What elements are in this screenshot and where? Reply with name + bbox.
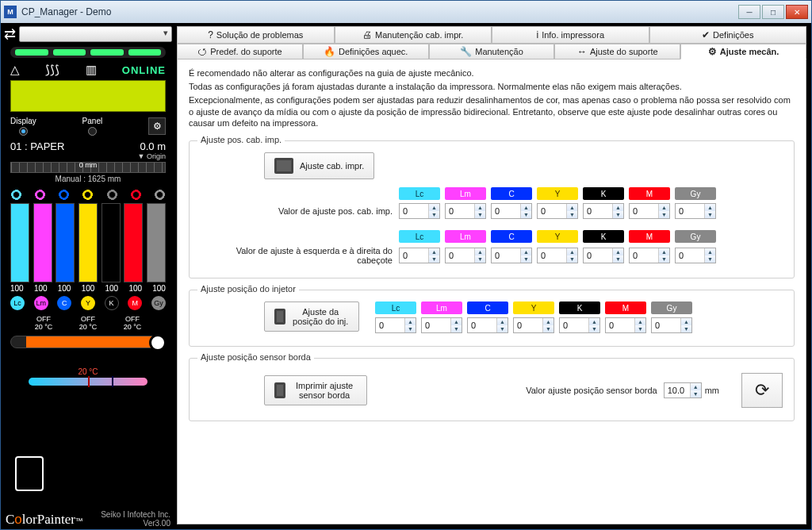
value-spinner[interactable]: 0▲▼	[629, 203, 670, 219]
tab-troubleshoot[interactable]: ?Solução de problemas	[177, 26, 335, 44]
spin-up-icon[interactable]: ▲	[451, 318, 462, 325]
spin-down-icon[interactable]: ▼	[451, 325, 462, 332]
value-spinner[interactable]: 0▲▼	[675, 248, 716, 263]
tab-head-maintenance[interactable]: 🖨Manutenção cab. impr.	[335, 26, 492, 44]
value-spinner[interactable]: 0▲▼	[583, 248, 624, 263]
spin-up-icon[interactable]: ▲	[521, 248, 531, 255]
value-spinner[interactable]: 0▲▼	[491, 248, 532, 263]
minimize-button[interactable]: ─	[738, 5, 760, 19]
panel-radio[interactable]	[88, 127, 97, 136]
value-spinner[interactable]: 0▲▼	[467, 317, 508, 333]
value-spinner[interactable]: 0▲▼	[559, 317, 600, 333]
color-header: K	[583, 187, 624, 200]
sensor-value-spinner[interactable]: 10.0 ▲▼	[664, 382, 702, 398]
spin-down-icon[interactable]: ▼	[497, 325, 508, 332]
spin-up-icon[interactable]: ▲	[659, 248, 669, 255]
value-spinner[interactable]: 0▲▼	[375, 317, 416, 333]
spin-up-icon[interactable]: ▲	[589, 318, 599, 325]
value-spinner[interactable]: 0▲▼	[445, 248, 486, 263]
spin-down-icon[interactable]: ▼	[613, 255, 623, 263]
question-icon: ?	[208, 29, 213, 40]
spin-down-icon[interactable]: ▼	[429, 211, 439, 218]
color-header: Lc	[375, 301, 416, 314]
spin-up-icon[interactable]: ▲	[429, 248, 439, 255]
spin-down-icon[interactable]: ▼	[589, 325, 599, 332]
value-spinner[interactable]: 0▲▼	[537, 203, 578, 219]
color-header: C	[467, 301, 508, 314]
spin-down-icon[interactable]: ▼	[705, 211, 715, 218]
spin-up-icon[interactable]: ▲	[475, 248, 485, 255]
spin-up-icon[interactable]: ▲	[705, 204, 715, 211]
apply-button[interactable]: ⟳	[741, 373, 783, 408]
spin-up-icon[interactable]: ▲	[543, 318, 553, 325]
spin-up-icon[interactable]: ▲	[567, 204, 577, 211]
spin-down-icon[interactable]: ▼	[521, 255, 531, 263]
subtab-media-adjust[interactable]: ↔Ajuste do suporte	[554, 44, 680, 60]
ink-chip: Lc	[10, 296, 25, 310]
injector-adjust-button[interactable]: Ajuste da posição do inj.	[264, 301, 359, 332]
heater-state: OFF	[29, 315, 59, 323]
dryer-slider[interactable]	[29, 378, 147, 386]
position-ruler[interactable]: 0 mm	[10, 162, 166, 173]
spin-down-icon[interactable]: ▼	[691, 390, 701, 398]
subtab-media-preset[interactable]: ⭯Predef. do suporte	[177, 44, 303, 60]
subtab-maintenance[interactable]: 🔧Manutenção	[429, 44, 555, 60]
subtab-heater-settings[interactable]: 🔥Definições aquec.	[303, 44, 429, 60]
printer-select[interactable]	[19, 26, 172, 42]
value-spinner[interactable]: 0▲▼	[605, 317, 646, 333]
value-spinner[interactable]: 0▲▼	[399, 248, 440, 263]
spin-up-icon[interactable]: ▲	[497, 318, 508, 325]
color-header: Gy	[675, 187, 716, 200]
spin-up-icon[interactable]: ▲	[705, 248, 715, 255]
spin-down-icon[interactable]: ▼	[567, 255, 577, 263]
spin-up-icon[interactable]: ▲	[521, 204, 531, 211]
spin-down-icon[interactable]: ▼	[521, 211, 531, 218]
transfer-icon: ⇄	[4, 29, 16, 39]
status-led-bar	[10, 47, 166, 58]
maximize-button[interactable]: □	[762, 5, 784, 19]
close-button[interactable]: ✕	[786, 5, 808, 19]
head-adjust-button[interactable]: Ajuste cab. impr.	[264, 152, 374, 179]
settings-gear-button[interactable]: ⚙	[148, 117, 166, 135]
spin-down-icon[interactable]: ▼	[681, 325, 691, 332]
spin-up-icon[interactable]: ▲	[475, 204, 485, 211]
value-spinner[interactable]: 0▲▼	[675, 203, 716, 219]
value-spinner[interactable]: 0▲▼	[513, 317, 554, 333]
spin-up-icon[interactable]: ▲	[405, 318, 416, 325]
value-spinner[interactable]: 0▲▼	[445, 203, 486, 219]
value-spinner[interactable]: 0▲▼	[651, 317, 692, 333]
spin-up-icon[interactable]: ▲	[681, 318, 691, 325]
value-spinner[interactable]: 0▲▼	[399, 203, 440, 219]
value-spinner[interactable]: 0▲▼	[583, 203, 624, 219]
tab-settings[interactable]: ✔Definições	[649, 26, 807, 44]
spin-down-icon[interactable]: ▼	[405, 325, 416, 332]
spin-down-icon[interactable]: ▼	[705, 255, 715, 263]
thermo-knob[interactable]	[149, 334, 167, 351]
spin-up-icon[interactable]: ▲	[635, 318, 645, 325]
spin-down-icon[interactable]: ▼	[475, 211, 485, 218]
spin-down-icon[interactable]: ▼	[635, 325, 645, 332]
spin-up-icon[interactable]: ▲	[429, 204, 439, 211]
tab-label: Ajuste do suporte	[590, 47, 658, 56]
spin-down-icon[interactable]: ▼	[659, 211, 669, 218]
heater-state: OFF	[73, 315, 103, 323]
print-sensor-adjust-button[interactable]: Imprimir ajuste sensor borda	[264, 375, 367, 405]
value-spinner[interactable]: 0▲▼	[421, 317, 462, 333]
value-spinner[interactable]: 0▲▼	[491, 203, 532, 219]
spin-down-icon[interactable]: ▼	[475, 255, 485, 263]
spin-down-icon[interactable]: ▼	[543, 325, 553, 332]
value-spinner[interactable]: 0▲▼	[537, 248, 578, 263]
value-spinner[interactable]: 0▲▼	[629, 248, 670, 263]
spin-up-icon[interactable]: ▲	[567, 248, 577, 255]
spin-down-icon[interactable]: ▼	[429, 255, 439, 263]
spin-down-icon[interactable]: ▼	[567, 211, 577, 218]
spin-up-icon[interactable]: ▲	[613, 248, 623, 255]
spin-up-icon[interactable]: ▲	[613, 204, 623, 211]
spin-down-icon[interactable]: ▼	[613, 211, 623, 218]
tab-printer-info[interactable]: iInfo. impressora	[492, 26, 649, 44]
spin-down-icon[interactable]: ▼	[659, 255, 669, 263]
spin-up-icon[interactable]: ▲	[691, 383, 701, 390]
spin-up-icon[interactable]: ▲	[659, 204, 669, 211]
display-radio[interactable]	[19, 127, 28, 136]
subtab-mech-adjust[interactable]: ⚙Ajuste mecân.	[680, 44, 806, 60]
